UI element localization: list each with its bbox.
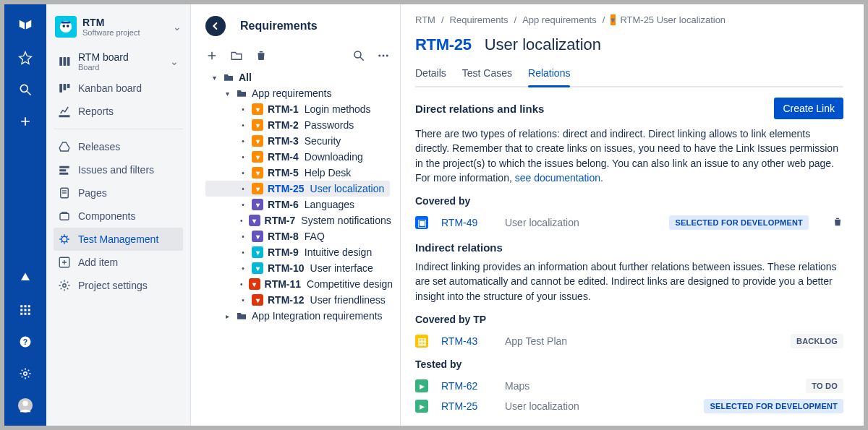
- status-badge: BACKLOG: [791, 334, 843, 348]
- back-button[interactable]: [205, 16, 226, 36]
- svg-rect-27: [59, 169, 66, 171]
- apps-grid-icon[interactable]: [14, 298, 37, 322]
- relation-key[interactable]: RTM-43: [441, 335, 492, 347]
- chevron-down-icon: ▾: [223, 90, 231, 98]
- sidebar-item-releases[interactable]: Releases: [54, 135, 183, 158]
- notification-icon[interactable]: [14, 267, 37, 290]
- trash-icon[interactable]: [255, 49, 268, 62]
- sidebar-item-components[interactable]: Components: [54, 205, 183, 228]
- sidebar-item-test-management[interactable]: Test Management: [54, 228, 183, 251]
- section-description: Indirect linking provides an information…: [415, 259, 843, 304]
- sidebar-item-add[interactable]: Add item: [54, 251, 183, 274]
- relation-row[interactable]: ▣ RTM-49 User localization SELECTED FOR …: [415, 212, 843, 233]
- tree-item-title: Help Desk: [305, 167, 352, 179]
- tabs: Details Test Cases Relations: [415, 63, 843, 87]
- tab-details[interactable]: Details: [415, 63, 446, 86]
- svg-text:?: ?: [23, 337, 27, 346]
- more-icon[interactable]: [377, 49, 390, 62]
- relation-key[interactable]: RTM-49: [441, 217, 492, 228]
- project-type: Software project: [82, 28, 140, 37]
- sidebar-item-project-settings[interactable]: Project settings: [54, 274, 183, 297]
- board-switcher[interactable]: RTM board Board ⌄: [54, 46, 183, 77]
- project-name: RTM: [82, 17, 140, 28]
- sidebar-item-label: Components: [78, 210, 135, 222]
- chevron-down-icon: ⌄: [173, 21, 182, 33]
- tree-item-key: RTM-6: [268, 199, 299, 210]
- issue-key[interactable]: RTM-25: [415, 35, 472, 54]
- tree-item[interactable]: • ▾ RTM-5 Help Desk: [205, 165, 390, 181]
- app-switcher-icon[interactable]: [14, 14, 37, 38]
- tree-item[interactable]: • ▾ RTM-2 Passwords: [205, 117, 390, 133]
- tree-item-key: RTM-12: [268, 294, 305, 306]
- tree-item[interactable]: • ▾ RTM-9 Intuitive design: [205, 244, 390, 260]
- svg-point-15: [22, 401, 27, 406]
- search-icon[interactable]: [352, 49, 365, 62]
- tab-test-cases[interactable]: Test Cases: [462, 63, 512, 86]
- tree-item[interactable]: • ▾ RTM-7 System notifications: [205, 212, 390, 228]
- tree-item[interactable]: • ▾ RTM-11 Competitive design: [205, 276, 390, 292]
- settings-icon[interactable]: [14, 362, 37, 385]
- relation-row[interactable]: ▸ RTM-62 Maps TO DO: [415, 376, 843, 396]
- relation-row[interactable]: ▸ RTM-25 User localization SELECTED FOR …: [415, 396, 843, 416]
- folder-icon[interactable]: [230, 49, 243, 62]
- tree-item-key: RTM-5: [268, 167, 299, 179]
- tree-item[interactable]: • ▾ RTM-25 User localization: [205, 181, 390, 197]
- breadcrumb-link[interactable]: Requirements: [450, 14, 509, 25]
- delete-icon[interactable]: [832, 216, 843, 230]
- tree-item[interactable]: • ▾ RTM-6 Languages: [205, 197, 390, 212]
- tree-item[interactable]: • ▾ RTM-1 Login methods: [205, 101, 390, 117]
- tree-node-folder[interactable]: ▾ App requirements: [205, 85, 390, 101]
- project-switcher[interactable]: RTM Software project ⌄: [54, 13, 183, 46]
- bullet-icon: •: [240, 249, 246, 257]
- profile-avatar[interactable]: [14, 394, 37, 417]
- sidebar-item-reports[interactable]: Reports: [54, 100, 183, 123]
- create-link-button[interactable]: Create Link: [774, 98, 843, 119]
- tab-relations[interactable]: Relations: [528, 63, 570, 86]
- tree-item-key: RTM-7: [265, 215, 296, 226]
- sidebar-item-issues[interactable]: Issues and filters: [54, 158, 183, 181]
- section-heading: Direct relations and links: [415, 103, 544, 115]
- tree-node-folder[interactable]: ▸ App Integration requirements: [205, 308, 390, 324]
- tree-item-key: RTM-1: [268, 103, 299, 115]
- tree-item-key: RTM-25: [268, 183, 305, 194]
- tree-item-title: FAQ: [305, 231, 325, 242]
- relation-key[interactable]: RTM-62: [441, 380, 492, 392]
- svg-rect-3: [25, 305, 27, 307]
- tree-item[interactable]: • ▾ RTM-12 User friendliness: [205, 292, 390, 308]
- svg-rect-10: [28, 313, 30, 315]
- svg-rect-5: [20, 309, 22, 311]
- search-icon[interactable]: [14, 78, 37, 101]
- relation-key[interactable]: RTM-25: [441, 400, 492, 412]
- svg-rect-22: [67, 57, 70, 66]
- add-icon[interactable]: [205, 49, 218, 62]
- create-icon[interactable]: [14, 110, 37, 133]
- svg-line-37: [360, 57, 364, 61]
- section-description: There are two types of relations: direct…: [415, 126, 843, 185]
- tree-item-title: Languages: [305, 199, 354, 210]
- tree-item[interactable]: • ▾ RTM-10 User interface: [205, 260, 390, 276]
- tree-item[interactable]: • ▾ RTM-8 FAQ: [205, 228, 390, 244]
- project-sidebar: RTM Software project ⌄ RTM board Board ⌄…: [46, 4, 191, 426]
- bullet-icon: •: [240, 265, 246, 272]
- tree-item-key: RTM-9: [268, 246, 299, 258]
- svg-rect-23: [59, 84, 62, 93]
- relation-row[interactable]: ▦ RTM-43 App Test Plan BACKLOG: [415, 331, 843, 351]
- tree-item-title: User friendliness: [310, 294, 386, 306]
- tree: ▾ All ▾ App requirements • ▾ RTM-1 Login…: [205, 69, 390, 324]
- svg-rect-4: [28, 305, 30, 307]
- tree-item-title: User interface: [310, 262, 373, 274]
- tree-node-all[interactable]: ▾ All: [205, 69, 390, 85]
- sidebar-item-pages[interactable]: Pages: [54, 181, 183, 205]
- star-icon[interactable]: [14, 46, 37, 69]
- tree-item[interactable]: • ▾ RTM-3 Security: [205, 133, 390, 149]
- svg-rect-9: [25, 313, 27, 315]
- tree-item-title: Passwords: [305, 119, 354, 131]
- documentation-link[interactable]: see documentation.: [515, 172, 603, 184]
- breadcrumb-link[interactable]: RTM: [415, 14, 435, 25]
- breadcrumb-link[interactable]: App requirements: [522, 14, 597, 25]
- sidebar-item-kanban[interactable]: Kanban board: [54, 77, 183, 100]
- help-icon[interactable]: ?: [14, 330, 37, 353]
- tree-label: App Integration requirements: [252, 310, 383, 322]
- tree-item[interactable]: • ▾ RTM-4 Downloading: [205, 149, 390, 165]
- sidebar-item-label: Releases: [78, 141, 120, 152]
